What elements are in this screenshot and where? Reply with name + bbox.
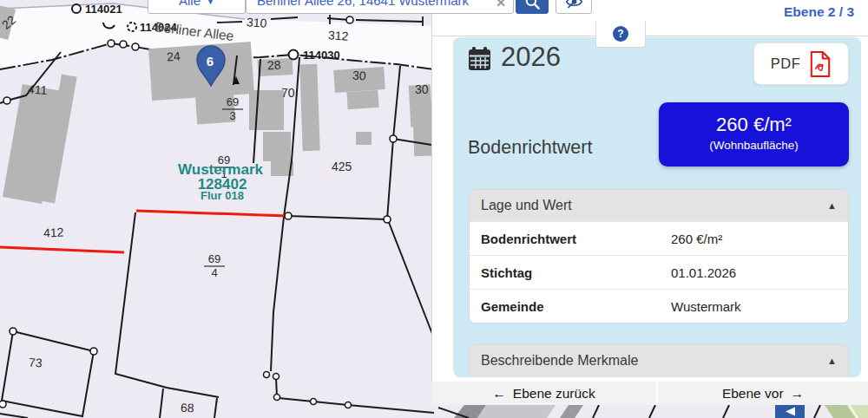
fraction-num: 69 [227, 95, 239, 108]
marker-circle-114030[interactable] [289, 50, 299, 60]
pdf-file-icon [809, 51, 832, 77]
ebene-forward-button[interactable]: Ebene vor → [658, 382, 868, 405]
marker-label: 114030 [303, 49, 340, 62]
brw-card: 2026 PDF Bodenrichtwert 260 €/m² (Wohnba… [453, 37, 861, 377]
clear-search-icon[interactable]: ✕ [496, 0, 506, 10]
parcel-label: 30 [352, 69, 366, 83]
section-header-merkmale[interactable]: Beschreibende Merkmale ▲ [470, 345, 848, 376]
brw-value: 260 €/m² [659, 114, 849, 136]
fraction-den: 4 [211, 266, 217, 279]
chevron-down-icon: ▼ [207, 0, 214, 8]
parcel-label: 411 [27, 82, 48, 97]
brw-year: 2026 [501, 42, 561, 73]
search-value: Berliner Allee 26, 14641 Wustermark [257, 0, 469, 8]
search-input[interactable]: Berliner Allee 26, 14641 Wustermark ✕ [246, 0, 514, 14]
parcel-label: 30 [415, 82, 429, 96]
parcel-label: 310 [247, 15, 268, 30]
section-lage-und-wert: Lage und Wert ▲ Bodenrichtwert 260 €/m² … [470, 190, 848, 323]
arrow-left-icon: ← [492, 386, 506, 402]
section-beschreibende-merkmale: Beschreibende Merkmale ▲ [470, 345, 848, 377]
detail-panel: Ebene 2 / 3 2026 PDF Bodenrichtwert 260 … [431, 0, 868, 382]
calendar-icon [468, 47, 491, 71]
ebene-back-button[interactable]: ← Ebene zurück [431, 382, 656, 405]
section-title: Beschreibende Merkmale [481, 353, 638, 369]
search-icon [524, 0, 541, 10]
parcel-label: 24 [167, 49, 181, 63]
help-icon[interactable]: ? [613, 26, 628, 42]
row-value: 01.01.2026 [671, 265, 736, 280]
parcel-label: 73 [28, 356, 43, 370]
marker-circle-114021[interactable] [72, 4, 81, 13]
toggle-layer-visibility-button[interactable] [556, 0, 592, 14]
table-row: Stichtag 01.01.2026 [470, 255, 848, 289]
search-button[interactable] [516, 0, 549, 14]
parcel-label: 312 [328, 28, 350, 43]
fraction-den: 3 [229, 109, 235, 122]
pdf-button-label: PDF [771, 56, 801, 72]
row-label: Gemeinde [470, 299, 671, 314]
ebene-navigation-bar: ← Ebene zurück Ebene vor → [431, 382, 868, 405]
parcel-label: 412 [43, 225, 64, 240]
section-title: Lage und Wert [481, 198, 572, 213]
ebene-forward-label: Ebene vor [722, 386, 784, 402]
section-header-lage[interactable]: Lage und Wert ▲ [470, 190, 848, 221]
marker-label: 114021 [85, 3, 122, 16]
pin-number: 6 [207, 54, 214, 69]
row-value: 260 €/m² [671, 232, 722, 246]
table-row: Bodenrichtwert 260 €/m² [470, 221, 848, 255]
parcel-label: 70 [281, 86, 295, 100]
help-tab: ? [595, 21, 646, 48]
marker-circle-114024[interactable] [128, 23, 136, 31]
row-label: Stichtag [470, 265, 671, 280]
pdf-download-button[interactable]: PDF [753, 42, 849, 85]
brw-label: Bodenrichtwert [468, 137, 592, 159]
brw-usage: (Wohnbaufläche) [659, 139, 849, 152]
row-value: Wustermark [671, 299, 741, 314]
table-row: Gemeinde Wustermark [470, 289, 848, 323]
filter-label: Alle [179, 0, 201, 8]
parcel-label: 28 [267, 58, 282, 73]
brw-value-chip[interactable]: 260 €/m² (Wohnbaufläche) [659, 102, 849, 167]
zone-flur: Flur 018 [201, 189, 244, 202]
parcel-label: 68 [181, 401, 195, 415]
fraction-num: 69 [208, 252, 220, 265]
ebene-indicator[interactable]: Ebene 2 / 3 [784, 4, 854, 19]
row-label: Bodenrichtwert [470, 232, 671, 246]
ebene-back-label: Ebene zurück [513, 386, 595, 402]
parcel-label: 425 [332, 160, 352, 173]
search-filter-dropdown[interactable]: Alle ▼ [148, 0, 246, 14]
collapse-icon[interactable]: ▲ [827, 356, 837, 366]
collapse-icon[interactable]: ▲ [827, 200, 837, 211]
app-window: 114021 114024 114030 Berliner Allee 22 4… [0, 0, 868, 418]
eye-slash-icon [565, 0, 583, 10]
arrow-right-icon: → [791, 386, 805, 402]
